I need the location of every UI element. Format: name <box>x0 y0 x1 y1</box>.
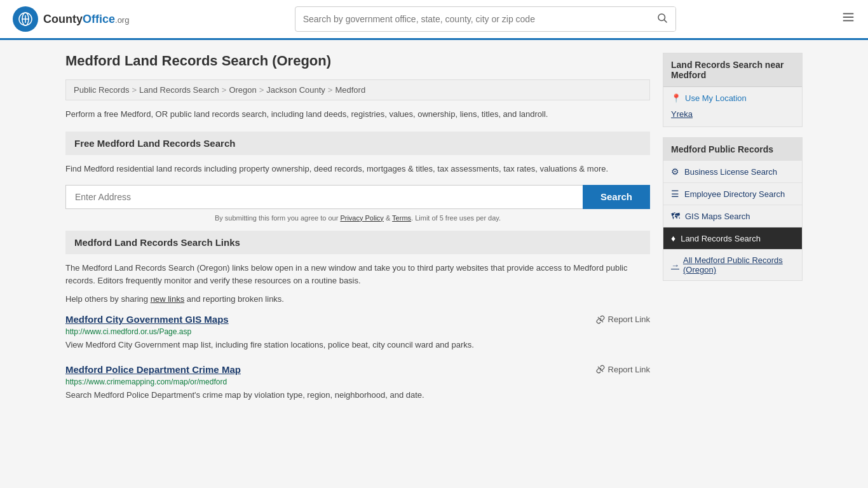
address-search-input[interactable] <box>65 185 583 209</box>
sidebar-item-employee-directory-label: Employee Directory Search <box>684 189 785 199</box>
report-link-1[interactable]: Report Link <box>596 315 650 324</box>
free-search-header: Free Medford Land Records Search <box>65 132 650 155</box>
use-my-location-label: Use My Location <box>685 93 747 103</box>
breadcrumb-sep-1: > <box>132 85 137 95</box>
header-search-input[interactable] <box>295 9 649 29</box>
link-item-2-url[interactable]: https://www.crimemapping.com/map/or/medf… <box>65 377 650 386</box>
breadcrumb-public-records[interactable]: Public Records <box>74 85 129 95</box>
use-my-location[interactable]: 📍 Use My Location <box>671 93 794 103</box>
header-search-bar <box>295 6 676 32</box>
logo-icon <box>13 6 38 32</box>
sidebar-item-land-records-label: Land Records Search <box>681 234 761 243</box>
breadcrumb-sep-4: > <box>328 85 333 95</box>
content-area: Medford Land Records Search (Oregon) Pub… <box>65 53 650 414</box>
breadcrumb-medford: Medford <box>335 85 365 95</box>
link-item-1-desc: View Medford City Government map list, i… <box>65 339 650 351</box>
link-item-1-header: Medford City Government GIS Maps Report … <box>65 314 650 325</box>
header-search-button[interactable] <box>649 7 675 31</box>
link-item-2-title[interactable]: Medford Police Department Crime Map <box>65 364 241 375</box>
arrow-icon: → <box>671 261 679 270</box>
page-title: Medford Land Records Search (Oregon) <box>65 53 650 69</box>
sidebar-item-employee-directory[interactable]: ☰ Employee Directory Search <box>663 183 802 205</box>
sidebar-public-records-section: Medford Public Records ⚙ Business Licens… <box>663 137 803 281</box>
logo-text: CountyOffice.org <box>43 13 129 26</box>
location-pin-icon: 📍 <box>671 93 681 103</box>
link-item-2-header: Medford Police Department Crime Map Repo… <box>65 364 650 375</box>
free-search-desc: Find Medford residential land records in… <box>65 163 650 176</box>
search-button[interactable]: Search <box>583 185 650 209</box>
link-item-2: Medford Police Department Crime Map Repo… <box>65 364 650 402</box>
svg-line-3 <box>664 20 667 22</box>
sidebar-nearby-section: Land Records Search near Medford 📍 Use M… <box>663 53 803 127</box>
sidebar-nearby-body: 📍 Use My Location Yreka <box>663 87 802 126</box>
breadcrumb-jackson-county[interactable]: Jackson County <box>266 85 325 95</box>
logo-area: CountyOffice.org <box>13 6 129 32</box>
breadcrumb-sep-3: > <box>259 85 264 95</box>
terms-link[interactable]: Terms <box>392 214 411 222</box>
breadcrumb-oregon[interactable]: Oregon <box>229 85 256 95</box>
privacy-policy-link[interactable]: Privacy Policy <box>340 214 383 222</box>
breadcrumb-sep-2: > <box>222 85 227 95</box>
search-disclaimer: By submitting this form you agree to our… <box>65 214 650 222</box>
marker-icon: ♦ <box>671 233 675 243</box>
report-link-2[interactable]: Report Link <box>596 365 650 374</box>
sidebar-item-business-license-label: Business License Search <box>684 167 777 177</box>
link-item-1-url[interactable]: http://www.ci.medford.or.us/Page.asp <box>65 327 650 336</box>
report-link-2-label: Report Link <box>608 365 650 374</box>
sidebar-nearby-yreka[interactable]: Yreka <box>671 108 794 120</box>
link-item-1-title[interactable]: Medford City Government GIS Maps <box>65 314 229 325</box>
gear-icon: ⚙ <box>671 166 679 177</box>
menu-hamburger-button[interactable] <box>841 10 855 28</box>
links-help-text: Help others by sharing new links and rep… <box>65 294 650 304</box>
header: CountyOffice.org <box>0 0 868 40</box>
sidebar-item-land-records[interactable]: ♦ Land Records Search <box>663 227 802 250</box>
sidebar-item-gis-maps[interactable]: 🗺 GIS Maps Search <box>663 205 802 227</box>
sidebar-nearby-title: Land Records Search near Medford <box>663 53 802 87</box>
sidebar: Land Records Search near Medford 📍 Use M… <box>663 53 803 414</box>
report-link-1-label: Report Link <box>608 315 650 324</box>
breadcrumb: Public Records > Land Records Search > O… <box>65 79 650 100</box>
svg-line-8 <box>597 367 602 372</box>
links-section-header: Medford Land Records Search Links <box>65 231 650 254</box>
address-search-bar: Search <box>65 185 650 209</box>
svg-point-2 <box>658 14 665 21</box>
new-links-link[interactable]: new links <box>151 294 184 304</box>
sidebar-all-records-label: All Medford Public Records (Oregon) <box>683 255 794 274</box>
main-container: Medford Land Records Search (Oregon) Pub… <box>53 40 815 426</box>
links-intro-text: The Medford Land Records Search (Oregon)… <box>65 262 650 288</box>
list-icon: ☰ <box>671 189 679 199</box>
map-icon: 🗺 <box>671 211 680 221</box>
sidebar-item-business-license[interactable]: ⚙ Business License Search <box>663 161 802 183</box>
sidebar-public-records-title: Medford Public Records <box>663 138 802 161</box>
intro-text: Perform a free Medford, OR public land r… <box>65 108 650 121</box>
sidebar-item-gis-maps-label: GIS Maps Search <box>685 212 750 221</box>
breadcrumb-land-records-search[interactable]: Land Records Search <box>139 85 219 95</box>
link-item-1: Medford City Government GIS Maps Report … <box>65 314 650 351</box>
sidebar-all-records-link[interactable]: → All Medford Public Records (Oregon) <box>663 250 802 280</box>
svg-line-7 <box>597 317 602 322</box>
link-item-2-desc: Search Medford Police Department's crime… <box>65 389 650 402</box>
